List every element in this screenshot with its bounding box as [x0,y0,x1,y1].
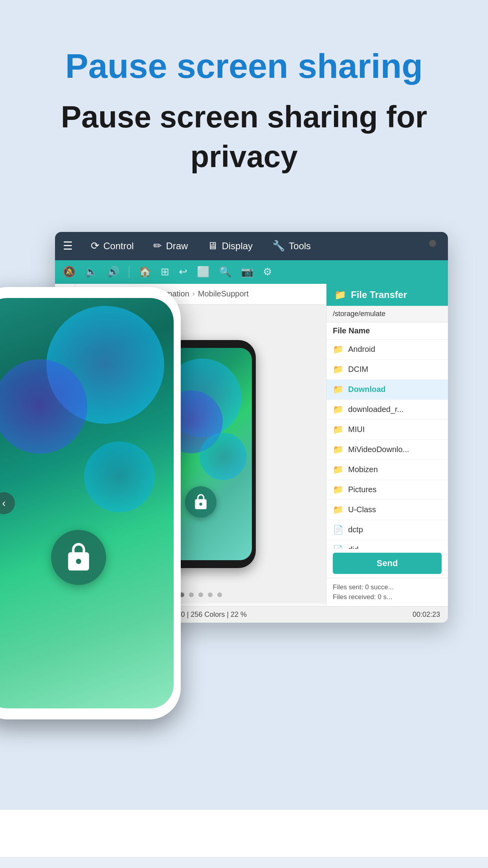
camera-icon[interactable]: 📷 [241,266,253,278]
bottom-white-section [0,810,488,857]
screenshot-section: ☰ ⟳ Control ✏ Draw 🖥 Display 🔧 Tools 🔕 🔈… [0,200,488,810]
control-icon: ⟳ [91,240,99,252]
file-item-uclass[interactable]: 📁 U-Class [327,500,448,520]
transfer-status: Files sent: 0 succe... Files received: 0… [327,578,448,606]
file-item-dctp[interactable]: 📄 dctp [327,520,448,540]
toolbar-display-label: Display [222,241,253,252]
title-blue: Pause screen sharing [31,47,457,85]
draw-icon: ✏ [153,240,162,252]
tools-icon: 🔧 [272,240,285,252]
folder-icon: 📁 [333,344,343,355]
lock-overlay [185,486,216,518]
file-item-mobizen[interactable]: 📁 Mobizen [327,460,448,480]
toolbar-tools[interactable]: 🔧 Tools [264,237,319,255]
breadcrumb-path2: MobileSupport [198,289,249,298]
file-item-did[interactable]: 📄 did [327,540,448,549]
back-icon[interactable]: ↩ [179,266,187,278]
file-name: did [348,545,359,549]
search-icon[interactable]: 🔍 [219,266,231,278]
blob3 [200,433,247,480]
toolbar-tools-label: Tools [289,241,311,252]
dot-2[interactable] [189,592,194,597]
file-icon: 📄 [333,525,343,535]
file-name: Mobizen [348,465,378,474]
send-button[interactable]: Send [333,553,442,574]
file-name: dctp [348,525,363,534]
apps-icon[interactable]: ⊞ [161,266,169,278]
big-phone-screen: ‹ [0,298,174,708]
file-name: Pictures [348,485,376,494]
file-list: 📁 Android 📁 DCIM 📁 Download 📁 downloaded… [327,340,448,549]
dot-3[interactable] [198,592,203,597]
file-item-android[interactable]: 📁 Android [327,340,448,360]
big-lock-icon [63,542,94,573]
file-item-dcim[interactable]: 📁 DCIM [327,360,448,380]
big-lock-overlay [51,530,106,585]
top-section: Pause screen sharing Pause screen sharin… [0,0,488,200]
folder-icon: 📁 [333,364,343,375]
right-panel: 📁 File Transfer /storage/emulate File Na… [326,284,448,606]
mute-icon[interactable]: 🔕 [63,266,75,278]
big-phone-wrapper: ‹ [0,287,181,719]
transfer-status-line2: Files received: 0 s... [333,592,442,602]
toolbar-display[interactable]: 🖥 Display [200,237,261,255]
file-item-download[interactable]: 📁 Download [327,380,448,400]
status-bar-right: 00:02:23 [413,611,440,619]
folder-icon: 📁 [333,384,343,395]
hamburger-menu[interactable]: ☰ [63,239,73,252]
home-icon[interactable]: 🏠 [139,266,151,278]
dot-4[interactable] [208,592,213,597]
folder-icon: 📁 [333,445,343,455]
display-icon: 🖥 [207,240,218,252]
file-name: U-Class [348,505,376,514]
dots-pagination [180,592,222,597]
big-nav-arrow-left[interactable]: ‹ [0,492,15,514]
file-item-pictures[interactable]: 📁 Pictures [327,480,448,500]
file-name: downloaded_r... [348,405,404,414]
file-name: Android [348,345,375,354]
toolbar-control-label: Control [103,241,134,252]
file-name: MIUI [348,425,365,434]
dot-5[interactable] [217,592,222,597]
bottom-light-section [0,857,488,868]
folder-icon: 📁 [333,465,343,475]
lock-icon [192,493,209,511]
big-blob3 [84,441,155,512]
file-name: Download [348,385,386,394]
file-name: MiVideoDownlo... [348,445,409,454]
settings-icon[interactable]: ⚙ [263,266,272,278]
file-item-downloaded[interactable]: 📁 downloaded_r... [327,400,448,420]
file-transfer-icon: 📁 [334,289,346,300]
title-black: Pause screen sharing for privacy [31,97,457,177]
toolbar-draw-label: Draw [166,241,188,252]
vol-high-icon[interactable]: 🔊 [107,266,119,278]
sub-toolbar: 🔕 🔈 🔊 🏠 ⊞ ↩ ⬜ 🔍 📷 ⚙ [55,260,448,284]
file-name: DCIM [348,365,368,374]
sub-divider [129,266,129,278]
toolbar-draw[interactable]: ✏ Draw [145,237,196,255]
window-icon[interactable]: ⬜ [197,266,209,278]
folder-icon: 📁 [333,485,343,495]
transfer-status-line1: Files sent: 0 succe... [333,582,442,592]
file-transfer-header: 📁 File Transfer [327,284,448,306]
file-icon: 📄 [333,545,343,549]
folder-icon: 📁 [333,505,343,515]
vol-low-icon[interactable]: 🔈 [85,266,97,278]
file-transfer-title: File Transfer [351,289,407,300]
toolbar-control[interactable]: ⟳ Control [83,237,141,255]
window-dot [429,240,436,247]
file-item-mivideo[interactable]: 📁 MiVideoDownlo... [327,440,448,460]
big-phone-frame: ‹ [0,287,181,719]
path-bar: /storage/emulate [327,306,448,322]
file-item-miui[interactable]: 📁 MIUI [327,420,448,440]
folder-icon: 📁 [333,425,343,435]
toolbar: ☰ ⟳ Control ✏ Draw 🖥 Display 🔧 Tools [55,232,448,260]
file-list-header: File Name [327,322,448,340]
folder-icon: 📁 [333,405,343,415]
phone-notch [185,342,216,346]
breadcrumb-separator: › [193,290,195,298]
